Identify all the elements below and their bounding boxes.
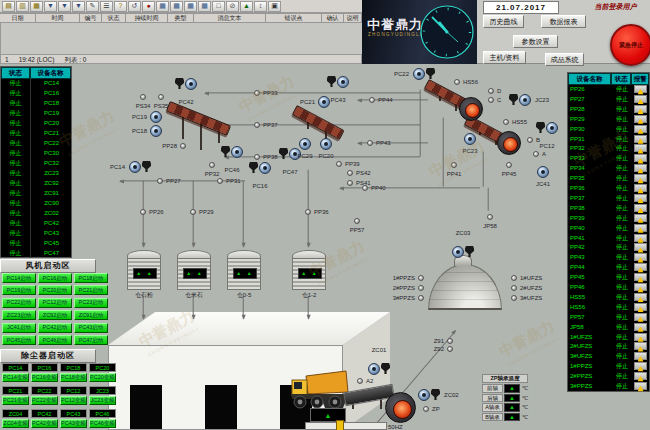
- fan-icon[interactable]: [368, 363, 380, 375]
- storage-dome[interactable]: [428, 264, 502, 310]
- frequency-slider-marker[interactable]: [336, 420, 344, 430]
- device-row[interactable]: PP33停止: [568, 153, 649, 163]
- device-row[interactable]: 停止PC16: [1, 88, 71, 98]
- fan-icon[interactable]: [418, 389, 430, 401]
- device-row[interactable]: PP29停止: [568, 114, 649, 124]
- device-row[interactable]: 停止PC32: [1, 158, 71, 168]
- device-row[interactable]: 停止PC45: [1, 238, 71, 248]
- fan-start-button[interactable]: PC18启动: [74, 273, 108, 283]
- fan-icon[interactable]: [452, 246, 464, 258]
- dust-hopper-icon[interactable]: [431, 389, 440, 400]
- device-row[interactable]: 2#PPZS停止: [568, 371, 649, 381]
- device-row[interactable]: 停止ZC90: [1, 198, 71, 208]
- alarm-ack-cell[interactable]: [634, 184, 647, 192]
- device-row[interactable]: PP32停止: [568, 143, 649, 153]
- alarm-ack-cell[interactable]: [634, 333, 647, 341]
- vfd-start-button[interactable]: JC23变频: [89, 396, 116, 405]
- device-row[interactable]: 停止PC18: [1, 98, 71, 108]
- fan-icon[interactable]: [185, 78, 197, 90]
- fan-icon[interactable]: [519, 94, 531, 106]
- device-row[interactable]: 停止PC19: [1, 108, 71, 118]
- device-row[interactable]: PP37停止: [568, 193, 649, 203]
- device-row[interactable]: 2#UFZS停止: [568, 341, 649, 351]
- device-row[interactable]: PP39停止: [568, 213, 649, 223]
- fan-icon[interactable]: [299, 138, 311, 150]
- fan-start-button[interactable]: PC14启动: [2, 273, 36, 283]
- device-row[interactable]: PP42停止: [568, 242, 649, 252]
- device-row[interactable]: 停止PC43: [1, 228, 71, 238]
- device-row[interactable]: PP46停止: [568, 282, 649, 292]
- alarm-ack-cell[interactable]: [634, 313, 647, 321]
- device-row[interactable]: 停止ZC02: [1, 208, 71, 218]
- dust-hopper-icon[interactable]: [426, 68, 435, 79]
- alarm-ack-cell[interactable]: [634, 85, 647, 93]
- fan-start-button[interactable]: PC23启动: [74, 298, 108, 308]
- alarm-ack-cell[interactable]: [634, 273, 647, 281]
- alarm-ack-cell[interactable]: [634, 115, 647, 123]
- fan-icon[interactable]: [413, 68, 425, 80]
- fan-start-button[interactable]: PC45启动: [2, 335, 36, 345]
- device-row[interactable]: HS56停止: [568, 302, 649, 312]
- device-row[interactable]: JP58停止: [568, 322, 649, 332]
- fan-start-button[interactable]: ZC91启动: [74, 310, 108, 320]
- fan-icon[interactable]: [464, 133, 476, 145]
- alarm-ack-cell[interactable]: [634, 263, 647, 271]
- alarm-ack-cell[interactable]: [634, 144, 647, 152]
- fan-start-button[interactable]: PC43启动: [74, 323, 108, 333]
- alarm-ack-cell[interactable]: [634, 95, 647, 103]
- device-row[interactable]: 停止PC20: [1, 118, 71, 128]
- alarm-ack-cell[interactable]: [634, 352, 647, 360]
- fan-start-button[interactable]: PC42启动: [38, 323, 72, 333]
- vfd-start-button[interactable]: PC18变频: [60, 373, 87, 382]
- fan-icon[interactable]: [150, 125, 162, 137]
- vfd-start-button[interactable]: PC14变频: [2, 373, 29, 382]
- device-row[interactable]: PP45停止: [568, 272, 649, 282]
- device-row[interactable]: 停止PC22: [1, 138, 71, 148]
- device-row[interactable]: 1#PPZS停止: [568, 361, 649, 371]
- vfd-start-button[interactable]: PC46变频: [89, 419, 116, 428]
- device-row[interactable]: 停止PC21: [1, 128, 71, 138]
- frequency-slider-track[interactable]: [305, 422, 387, 430]
- alarm-ack-cell[interactable]: [634, 174, 647, 182]
- fan-icon[interactable]: [150, 111, 162, 123]
- device-row[interactable]: PP31停止: [568, 134, 649, 144]
- dust-hopper-icon[interactable]: [327, 76, 336, 87]
- device-row[interactable]: PP35停止: [568, 173, 649, 183]
- alarm-ack-cell[interactable]: [634, 164, 647, 172]
- alarm-ack-cell[interactable]: [634, 204, 647, 212]
- device-row[interactable]: 停止PC14: [1, 78, 71, 88]
- fan-start-button[interactable]: ZC23启动: [2, 310, 36, 320]
- vfd-start-button[interactable]: ZC04变频: [2, 419, 29, 428]
- fan-icon[interactable]: [337, 76, 349, 88]
- fan-icon[interactable]: [320, 138, 332, 150]
- fan-start-button[interactable]: ZC92启动: [38, 310, 72, 320]
- dust-hopper-icon[interactable]: [142, 161, 151, 172]
- alarm-ack-cell[interactable]: [634, 194, 647, 202]
- device-row[interactable]: PP28停止: [568, 104, 649, 114]
- alarm-ack-cell[interactable]: [634, 253, 647, 261]
- device-row[interactable]: PP44停止: [568, 262, 649, 272]
- device-row[interactable]: 停止PC42: [1, 218, 71, 228]
- vfd-start-button[interactable]: PC43变频: [60, 419, 87, 428]
- fan-start-button[interactable]: PC19启动: [2, 285, 36, 295]
- device-row[interactable]: 停止PC30: [1, 148, 71, 158]
- fan-icon[interactable]: [231, 146, 243, 158]
- alarm-ack-cell[interactable]: [634, 125, 647, 133]
- fan-start-button[interactable]: PC20启动: [38, 285, 72, 295]
- fan-icon[interactable]: [546, 122, 558, 134]
- device-row[interactable]: 停止PC47: [1, 248, 71, 258]
- alarm-ack-cell[interactable]: [634, 234, 647, 242]
- device-row[interactable]: PP40停止: [568, 223, 649, 233]
- alarm-ack-cell[interactable]: [634, 154, 647, 162]
- fan-start-button[interactable]: JC41启动: [2, 323, 36, 333]
- alarm-ack-cell[interactable]: [634, 135, 647, 143]
- device-row[interactable]: 3#UFZS停止: [568, 351, 649, 361]
- dust-hopper-icon[interactable]: [536, 122, 545, 133]
- device-row[interactable]: PP41停止: [568, 233, 649, 243]
- alarm-ack-cell[interactable]: [634, 372, 647, 380]
- device-row[interactable]: PP43停止: [568, 252, 649, 262]
- alarm-ack-cell[interactable]: [634, 323, 647, 331]
- device-row[interactable]: PP36停止: [568, 183, 649, 193]
- vfd-start-button[interactable]: PC12变频: [60, 396, 87, 405]
- alarm-ack-cell[interactable]: [634, 342, 647, 350]
